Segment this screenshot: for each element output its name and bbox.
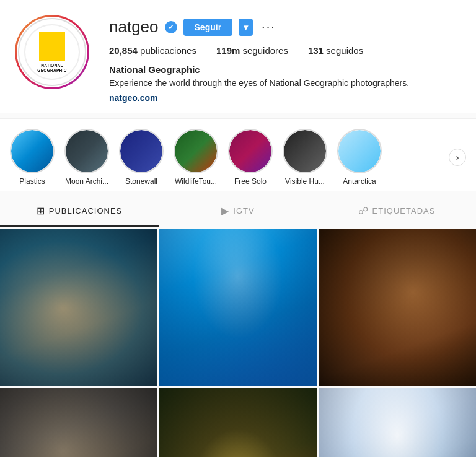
username-row: natgeo ✓ Seguir ▾ ··· <box>109 17 461 37</box>
story-item[interactable]: Free Solo <box>228 129 273 186</box>
tab-publicaciones[interactable]: ⊞ PUBLICACIONES <box>0 196 159 227</box>
follow-dropdown-button[interactable]: ▾ <box>239 19 253 36</box>
story-item[interactable]: Moon Archi... <box>64 129 109 186</box>
story-item[interactable]: WildlifeTou... <box>174 129 218 186</box>
story-label: Moon Archi... <box>65 177 108 186</box>
story-label: WildlifeTou... <box>175 177 217 186</box>
story-label: Antarctica <box>343 177 376 186</box>
photo-image <box>159 229 317 386</box>
profile-bio: Experience the world through the eyes of… <box>109 77 461 90</box>
tab-igtv[interactable]: ▶ IGTV <box>159 196 317 227</box>
follow-button[interactable]: Seguir <box>183 19 233 36</box>
grid-item[interactable] <box>0 229 157 386</box>
story-image <box>175 130 217 172</box>
photo-image <box>319 388 476 457</box>
photo-image <box>0 229 157 386</box>
profile-link[interactable]: natgeo.com <box>109 93 158 103</box>
story-circle <box>64 129 109 173</box>
grid-item[interactable] <box>319 229 476 386</box>
profile-stats: 20,854 publicaciones 119m seguidores 131… <box>109 45 461 56</box>
avatar: NATIONALGEOGRAPHIC <box>18 18 86 86</box>
profile-info: natgeo ✓ Seguir ▾ ··· 20,854 publicacion… <box>109 15 461 103</box>
igtv-icon: ▶ <box>221 205 229 217</box>
story-image <box>120 130 162 172</box>
story-label: Plastics <box>19 177 45 186</box>
logo-text: NATIONALGEOGRAPHIC <box>37 63 66 73</box>
story-circle <box>283 129 327 173</box>
stories-section: Plastics Moon Archi... Stonewall Wildlif… <box>0 118 476 191</box>
photo-grid <box>0 229 476 457</box>
photo-image <box>0 388 157 457</box>
story-item[interactable]: Antarctica <box>337 129 382 186</box>
avatar-ring: NATIONALGEOGRAPHIC <box>15 15 89 89</box>
more-options-button[interactable]: ··· <box>259 20 278 34</box>
photo-image <box>319 229 476 386</box>
story-image <box>11 130 53 172</box>
grid-icon: ⊞ <box>37 205 45 217</box>
tab-etiquetadas[interactable]: ☍ ETIQUETADAS <box>317 196 476 227</box>
story-image <box>66 130 108 172</box>
story-circle <box>174 129 218 173</box>
story-label: Visible Hu... <box>285 177 325 186</box>
tab-label: PUBLICACIONES <box>49 206 122 215</box>
tag-icon: ☍ <box>358 205 369 217</box>
natgeo-logo: NATIONALGEOGRAPHIC <box>24 24 80 80</box>
grid-item[interactable] <box>319 388 476 457</box>
story-circle <box>337 129 382 173</box>
followers-stat: 119m seguidores <box>216 45 288 56</box>
story-image <box>338 130 381 172</box>
story-circle <box>10 129 55 173</box>
story-item[interactable]: Stonewall <box>119 129 164 186</box>
profile-name: National Geographic <box>109 64 461 75</box>
stories-next-button[interactable]: › <box>449 149 466 166</box>
verified-badge: ✓ <box>165 21 177 33</box>
stories-scroll: Plastics Moon Archi... Stonewall Wildlif… <box>10 129 446 186</box>
yellow-rectangle <box>39 32 65 61</box>
story-image <box>284 130 326 172</box>
story-circle <box>119 129 164 173</box>
avatar-wrapper: NATIONALGEOGRAPHIC <box>15 15 89 89</box>
story-label: Free Solo <box>234 177 267 186</box>
grid-item[interactable] <box>0 388 157 457</box>
following-stat: 131 seguidos <box>308 45 363 56</box>
tabs-section: ⊞ PUBLICACIONES ▶ IGTV ☍ ETIQUETADAS <box>0 196 476 227</box>
story-item[interactable]: Plastics <box>10 129 55 186</box>
photo-image <box>159 388 317 457</box>
story-item[interactable]: Visible Hu... <box>283 129 327 186</box>
username: natgeo <box>109 17 159 37</box>
story-circle <box>228 129 273 173</box>
grid-item[interactable] <box>159 388 317 457</box>
tab-label: ETIQUETADAS <box>372 206 436 215</box>
story-label: Stonewall <box>125 177 157 186</box>
tab-label: IGTV <box>233 206 254 215</box>
grid-item[interactable] <box>159 229 317 386</box>
profile-section: NATIONALGEOGRAPHIC natgeo ✓ Seguir ▾ ···… <box>0 0 476 113</box>
posts-stat: 20,854 publicaciones <box>109 45 196 56</box>
story-image <box>229 130 271 172</box>
